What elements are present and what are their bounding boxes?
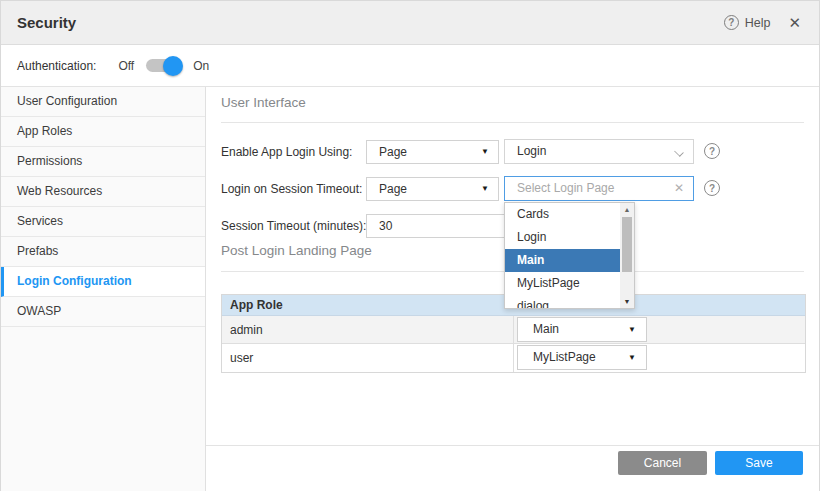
enable-app-login-label: Enable App Login Using: [221, 140, 352, 164]
footer-divider [206, 445, 819, 446]
sidebar: User Configuration App Roles Permissions… [1, 87, 206, 491]
toggle-on-label: On [193, 59, 209, 73]
login-on-timeout-label: Login on Session Timeout: [221, 177, 362, 201]
landing-page-cell: MyListPage ▼ [514, 344, 805, 372]
sidebar-item-login-configuration[interactable]: Login Configuration [1, 267, 205, 297]
save-button[interactable]: Save [715, 451, 803, 475]
enable-app-login-type-select[interactable]: Page ▼ [366, 140, 499, 164]
role-cell: user [222, 344, 514, 372]
dropdown-option-login[interactable]: Login [505, 226, 620, 249]
section-title-user-interface: User Interface [221, 95, 804, 110]
security-dialog: Security ? Help ✕ Authentication: Off On… [0, 0, 820, 491]
admin-landing-page-select[interactable]: Main ▼ [517, 317, 647, 342]
clear-icon[interactable]: ✕ [674, 177, 684, 200]
select-arrow-icon: ▼ [628, 318, 636, 341]
scrollbar-thumb[interactable] [622, 217, 632, 272]
dropdown-option-dialog[interactable]: dialog [505, 295, 620, 309]
login-on-timeout-page-combobox[interactable]: ✕ [504, 176, 694, 201]
login-page-search-input[interactable] [517, 177, 667, 199]
sidebar-item-owasp[interactable]: OWASP [1, 297, 205, 327]
enable-app-login-type-value: Page [379, 145, 407, 159]
table-row-admin: admin Main ▼ [222, 316, 805, 344]
authentication-bar: Authentication: Off On [1, 45, 819, 87]
dropdown-scrollbar[interactable]: ▲ ▼ [620, 203, 634, 308]
landing-page-cell: Main ▼ [514, 316, 805, 343]
login-on-timeout-help-icon[interactable]: ? [704, 180, 720, 196]
help-icon: ? [724, 15, 739, 30]
dropdown-option-mylistpage[interactable]: MyListPage [505, 272, 620, 295]
help-label: Help [745, 16, 771, 30]
enable-app-login-page-value: Login [517, 144, 546, 158]
select-arrow-icon: ▼ [481, 141, 489, 163]
sidebar-item-web-resources[interactable]: Web Resources [1, 177, 205, 207]
dropdown-option-main[interactable]: Main [505, 249, 620, 272]
dialog-body: User Configuration App Roles Permissions… [1, 87, 819, 491]
login-page-dropdown: Cards Login Main MyListPage dialog ▲ ▼ [504, 202, 635, 309]
authentication-toggle[interactable] [146, 59, 179, 72]
scroll-up-icon[interactable]: ▲ [620, 203, 634, 216]
sidebar-item-services[interactable]: Services [1, 207, 205, 237]
dropdown-option-cards[interactable]: Cards [505, 203, 620, 226]
sidebar-item-prefabs[interactable]: Prefabs [1, 237, 205, 267]
sidebar-item-user-configuration[interactable]: User Configuration [1, 87, 205, 117]
help-button[interactable]: ? Help [724, 15, 771, 30]
select-arrow-icon: ▼ [481, 178, 489, 200]
titlebar-actions: ? Help ✕ [724, 14, 801, 32]
toggle-knob [163, 56, 183, 76]
login-page-options: Cards Login Main MyListPage dialog [505, 203, 620, 309]
table-row-user: user MyListPage ▼ [222, 344, 805, 372]
enable-app-login-page-combobox[interactable]: Login [504, 139, 694, 164]
user-landing-page-value: MyListPage [533, 350, 596, 364]
page-title: Security [17, 14, 76, 31]
select-arrow-icon: ▼ [628, 346, 636, 369]
toggle-off-label: Off [118, 59, 134, 73]
user-landing-page-select[interactable]: MyListPage ▼ [517, 345, 647, 370]
enable-app-login-help-icon[interactable]: ? [704, 143, 720, 159]
chevron-down-icon [675, 148, 683, 156]
section-divider [221, 122, 804, 123]
login-on-timeout-type-value: Page [379, 182, 407, 196]
login-configuration-panel: User Interface Enable App Login Using: P… [206, 87, 819, 491]
login-on-timeout-type-select[interactable]: Page ▼ [366, 177, 499, 201]
sidebar-item-permissions[interactable]: Permissions [1, 147, 205, 177]
scroll-down-icon[interactable]: ▼ [620, 295, 634, 308]
authentication-label: Authentication: [17, 59, 96, 73]
sidebar-item-app-roles[interactable]: App Roles [1, 117, 205, 147]
close-icon[interactable]: ✕ [788, 14, 801, 32]
role-cell: admin [222, 316, 514, 343]
session-timeout-label: Session Timeout (minutes): [221, 214, 366, 238]
titlebar: Security ? Help ✕ [1, 1, 819, 45]
admin-landing-page-value: Main [533, 322, 559, 336]
cancel-button[interactable]: Cancel [618, 451, 707, 475]
